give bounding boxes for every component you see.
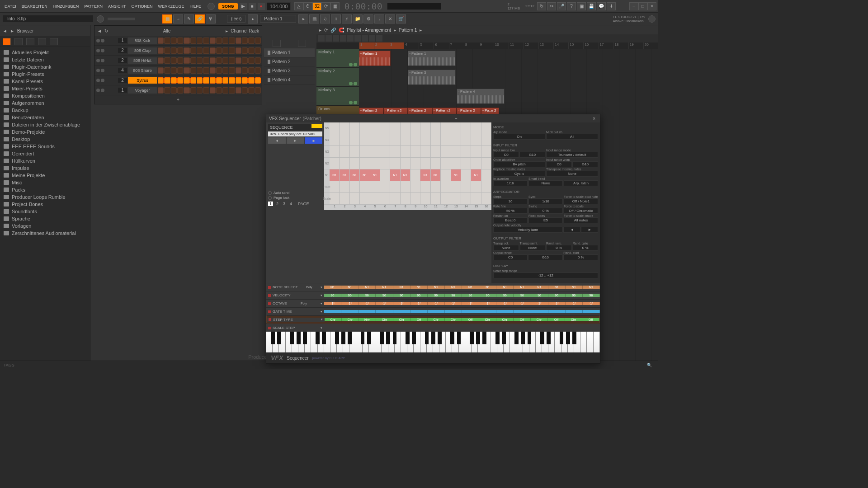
seq-cell[interactable]	[370, 134, 380, 145]
seq-cell[interactable]: N1	[340, 169, 349, 181]
lane-cell[interactable]: -	[583, 310, 600, 313]
browser-fwd-button[interactable]: ►	[10, 28, 14, 33]
tools-button[interactable]: ✂	[547, 2, 556, 10]
step-cell[interactable]	[248, 47, 254, 54]
step-cell[interactable]	[158, 67, 164, 74]
lane-cell[interactable]: Nrm	[359, 318, 376, 321]
seq-cell[interactable]	[390, 158, 400, 169]
browser-item-12[interactable]: Desktop	[0, 136, 90, 143]
seq-cell[interactable]	[431, 122, 441, 134]
channel-name[interactable]: 808 Snare	[128, 67, 157, 74]
tags-label[interactable]: TAGS	[4, 363, 14, 367]
lane-cell[interactable]: -1*	[531, 302, 548, 305]
lane-cell[interactable]: N1	[514, 286, 531, 289]
seq-cell[interactable]	[390, 122, 400, 134]
browser-item-6[interactable]: Kompositionen	[0, 92, 90, 99]
pattern-item-1[interactable]: Pattern 2	[264, 57, 315, 66]
seq-cell[interactable]	[370, 158, 380, 169]
step-cell[interactable]	[248, 87, 254, 94]
seq-cell[interactable]	[401, 193, 410, 204]
step-cell[interactable]	[216, 87, 222, 94]
track-mute-button[interactable]	[349, 63, 353, 66]
vfx-irmode-value[interactable]: Truncate / default	[546, 152, 598, 158]
vfx-arplatch-checkbox[interactable]: Arp. latch	[564, 180, 598, 186]
seq-cell[interactable]	[441, 122, 451, 134]
lane-cell[interactable]: -	[462, 310, 479, 313]
black-key[interactable]	[297, 332, 301, 344]
black-key[interactable]	[547, 332, 551, 344]
black-key[interactable]	[431, 332, 435, 344]
seq-cell[interactable]	[401, 134, 410, 145]
step-cell[interactable]	[197, 77, 203, 84]
plugin-picker-button[interactable]: ⚙	[363, 14, 373, 23]
browser-item-19[interactable]: Packs	[0, 186, 90, 193]
snap-selector[interactable]: (leer)	[227, 15, 245, 23]
step-cell[interactable]	[158, 47, 164, 54]
step-cell[interactable]	[203, 57, 209, 64]
snap-next-button[interactable]: ▸	[248, 14, 258, 23]
step-cell[interactable]	[197, 67, 203, 74]
pl-tool-paint[interactable]	[326, 35, 332, 42]
seq-cell[interactable]	[330, 146, 340, 157]
seq-cell[interactable]	[471, 122, 481, 134]
black-key[interactable]	[572, 332, 576, 344]
lane-cell[interactable]: Chr	[325, 318, 342, 321]
lane-dropdown-icon[interactable]: ▾	[321, 310, 322, 314]
black-key[interactable]	[322, 332, 326, 344]
black-key[interactable]	[361, 332, 365, 344]
pl-tool-draw[interactable]	[318, 35, 325, 42]
seq-cell[interactable]	[410, 169, 420, 181]
download-button[interactable]: ⬇	[607, 2, 616, 10]
step-cell[interactable]	[236, 38, 241, 44]
black-key[interactable]	[450, 332, 454, 344]
lane-dropdown-icon[interactable]: ▾	[321, 326, 322, 330]
playlist-track-1[interactable]: Melody 2	[316, 68, 359, 87]
lane-cell[interactable]: -	[410, 310, 428, 313]
seq-cell[interactable]	[481, 122, 491, 134]
black-key[interactable]	[412, 332, 416, 344]
playlist-link-icon[interactable]: 🔗	[330, 28, 336, 33]
step-cell[interactable]	[164, 38, 170, 44]
black-key[interactable]	[335, 332, 339, 344]
seq-cell[interactable]	[441, 193, 451, 204]
pl-tool-mute[interactable]	[340, 35, 346, 42]
seq-cell[interactable]	[370, 122, 380, 134]
step-cell[interactable]	[158, 57, 164, 64]
seq-cell[interactable]	[471, 193, 481, 204]
lane-cell[interactable]: N1	[531, 286, 548, 289]
lane-cell[interactable]: 96	[376, 294, 393, 297]
seq-cell[interactable]	[410, 181, 420, 192]
step-cell[interactable]	[164, 87, 170, 94]
window-close-button[interactable]: ×	[647, 2, 656, 10]
step-cell[interactable]	[158, 87, 164, 94]
step-cell[interactable]	[184, 87, 189, 94]
seq-cell[interactable]	[360, 181, 370, 192]
lane-cell[interactable]: 96	[445, 294, 462, 297]
mixer-button[interactable]: 🔗	[195, 14, 205, 23]
undo-history-button[interactable]: ↻	[537, 2, 546, 10]
lane-cell[interactable]: -	[393, 310, 410, 313]
seq-cell[interactable]	[401, 181, 410, 192]
lane-cell[interactable]: -1*	[410, 302, 428, 305]
browser-item-8[interactable]: Backup	[0, 107, 90, 114]
lane-cell[interactable]: 96	[583, 294, 600, 297]
seq-cell[interactable]	[420, 193, 430, 204]
seq-cell[interactable]: N1	[360, 169, 370, 181]
track-solo-button[interactable]	[354, 63, 357, 66]
seq-cell[interactable]	[461, 181, 471, 192]
step-cell[interactable]	[164, 67, 170, 74]
seq-cell[interactable]	[330, 158, 340, 169]
step-cell[interactable]	[229, 57, 235, 64]
record-button[interactable]: ●	[258, 3, 265, 10]
lane-dropdown-icon[interactable]: ▾	[321, 286, 322, 289]
vfx-piano-keyboard[interactable]	[266, 332, 600, 352]
lane-cell[interactable]: N1	[393, 286, 410, 289]
vfx-order-value[interactable]: By pitch	[493, 161, 545, 167]
seq-cell[interactable]: N1	[431, 169, 441, 181]
lane-cell[interactable]: N1	[428, 286, 445, 289]
lane-cell[interactable]: 96	[462, 294, 479, 297]
project-filename[interactable]: Into_8.flp	[3, 15, 93, 22]
lane-cell[interactable]: Chr	[479, 318, 496, 321]
browser-tab-4[interactable]	[38, 38, 46, 45]
vfx-page-3[interactable]: 3	[282, 202, 287, 206]
